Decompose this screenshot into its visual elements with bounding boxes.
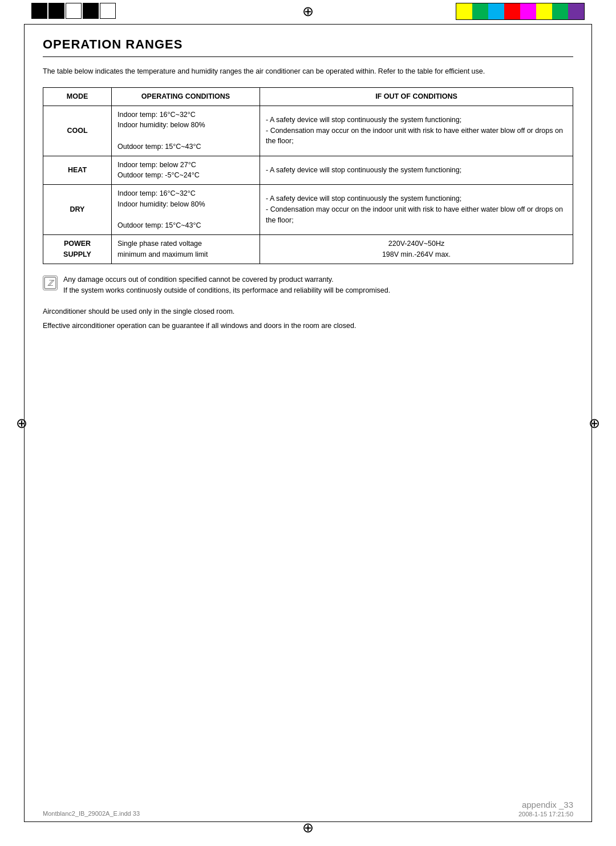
footer-timestamp: 2008-1-15 17:21:50 (518, 811, 573, 817)
right-crosshair-icon: ⊕ (589, 415, 600, 431)
if-out-dry: - A safety device will stop continuously… (260, 185, 573, 235)
note-symbol-icon: ℤ (44, 277, 56, 289)
bottom-center-crosshair: ⊕ (302, 821, 314, 835)
bottom-crosshair-icon: ⊕ (302, 820, 314, 835)
page-border-top (24, 24, 592, 25)
crosshair-icon: ⊕ (302, 3, 314, 19)
right-crosshair: ⊕ (589, 416, 600, 430)
table-header-row: MODE OPERATING CONDITIONS IF OUT OF COND… (43, 87, 573, 106)
mark-box-1 (31, 3, 47, 19)
table-row-cool: COOL Indoor temp: 16°C~32°C Indoor humid… (43, 106, 573, 156)
additional-note-1: Airconditioner should be used only in th… (43, 306, 573, 317)
if-out-power-supply: 220V-240V~50Hz 198V min.-264V max. (260, 235, 573, 264)
mode-heat: HEAT (43, 156, 112, 185)
additional-note-2: Effective airconditioner operation can b… (43, 321, 573, 331)
mark-box-4 (83, 3, 99, 19)
color-block-green2 (552, 3, 568, 19)
mark-box-2 (48, 3, 64, 19)
main-content: OPERATION RANGES The table below indicat… (43, 37, 573, 809)
if-out-cool: - A safety device will stop continuously… (260, 106, 573, 156)
col-header-if-out: IF OUT OF CONDITIONS (260, 87, 573, 106)
col-header-conditions: OPERATING CONDITIONS (112, 87, 260, 106)
top-right-color-blocks (456, 3, 585, 20)
mode-dry: DRY (43, 185, 112, 235)
color-block-yellow (456, 3, 472, 19)
note-section: ℤ Any damage occurs out of condition spe… (43, 274, 573, 297)
top-center-crosshair: ⊕ (302, 5, 314, 18)
if-out-heat: - A safety device will stop continuously… (260, 156, 573, 185)
left-crosshair: ⊕ (16, 416, 27, 430)
additional-notes: Airconditioner should be used only in th… (43, 306, 573, 331)
footer-file-label: Montblanc2_IB_29002A_E.indd 33 (43, 810, 140, 817)
conditions-dry: Indoor temp: 16°C~32°C Indoor humidity: … (112, 185, 260, 235)
mark-box-3 (66, 3, 82, 19)
note-icon: ℤ (43, 276, 58, 290)
col-header-mode: MODE (43, 87, 112, 106)
conditions-power-supply: Single phase rated voltage minimum and m… (112, 235, 260, 264)
mode-cool: COOL (43, 106, 112, 156)
color-block-green (472, 3, 488, 19)
left-crosshair-icon: ⊕ (16, 415, 27, 431)
table-row-dry: DRY Indoor temp: 16°C~32°C Indoor humidi… (43, 185, 573, 235)
conditions-cool: Indoor temp: 16°C~32°C Indoor humidity: … (112, 106, 260, 156)
footer-right-area: appendix _33 2008-1-15 17:21:50 (518, 800, 573, 817)
operation-table: MODE OPERATING CONDITIONS IF OUT OF COND… (43, 87, 573, 264)
page-title: OPERATION RANGES (43, 37, 573, 57)
color-block-magenta (520, 3, 536, 19)
table-row-heat: HEAT Indoor temp: below 27°C Outdoor tem… (43, 156, 573, 185)
top-decoration-bar: ⊕ (0, 0, 616, 26)
color-block-purple (568, 3, 584, 19)
color-block-cyan (488, 3, 504, 19)
mark-box-5 (100, 3, 116, 19)
color-block-red (504, 3, 520, 19)
table-row-power-supply: POWER SUPPLY Single phase rated voltage … (43, 235, 573, 264)
note-text: Any damage occurs out of condition speci… (63, 274, 390, 297)
footer-left: Montblanc2_IB_29002A_E.indd 33 (43, 809, 140, 817)
top-left-marks (31, 3, 116, 19)
color-block-yellow2 (536, 3, 552, 19)
mode-power-supply: POWER SUPPLY (43, 235, 112, 264)
conditions-heat: Indoor temp: below 27°C Outdoor temp: -5… (112, 156, 260, 185)
intro-text: The table below indicates the temperatur… (43, 66, 573, 77)
page-number-label: appendix _33 (518, 800, 573, 809)
svg-text:ℤ: ℤ (47, 279, 55, 288)
